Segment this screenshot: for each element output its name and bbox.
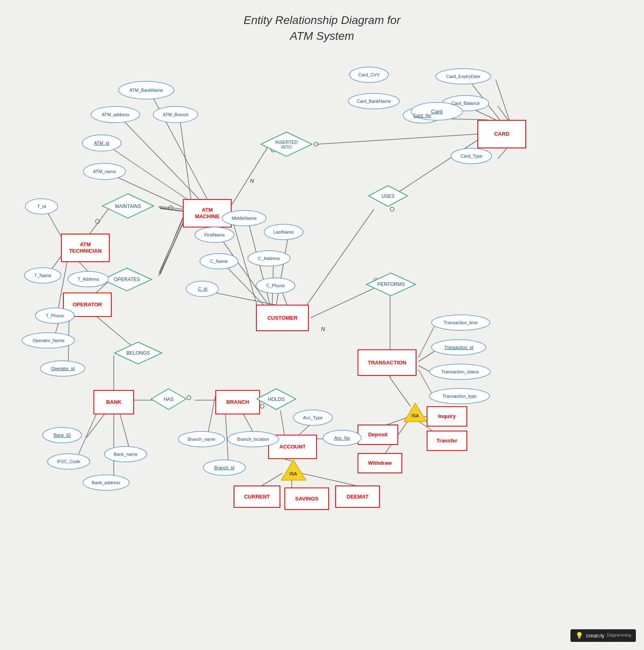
attr-t-id: T_Id	[24, 198, 59, 215]
svg-line-1	[120, 117, 199, 199]
svg-point-98	[24, 268, 61, 283]
attr-atm-address: ATM_address	[90, 106, 141, 124]
entity-customer: CUSTOMER	[256, 305, 309, 331]
attr-branch-location: Branch_location	[227, 431, 280, 448]
svg-point-109	[203, 460, 245, 475]
rel-performs: PERFORMS	[366, 272, 416, 297]
attr-trans-id: Transaction_id	[431, 339, 487, 356]
entity-deposit: Deposit	[358, 425, 398, 445]
svg-point-105	[104, 446, 147, 462]
attr-c-name: C_Name	[199, 253, 239, 270]
svg-point-133	[411, 102, 462, 120]
svg-line-66	[159, 206, 183, 209]
rel-has: HAS	[150, 388, 187, 410]
attr-t-address: T_Address	[67, 271, 110, 288]
attr-bank-id: Bank_ID	[42, 427, 82, 444]
svg-point-93	[91, 106, 140, 123]
svg-line-46	[276, 234, 288, 305]
svg-line-33	[301, 473, 356, 485]
attr-branch-id: Branch_id	[202, 459, 246, 476]
svg-marker-129	[281, 460, 306, 480]
svg-line-39	[496, 80, 510, 122]
svg-point-95	[82, 135, 121, 151]
svg-point-111	[323, 430, 361, 446]
watermark: 💡 creately Diagramming	[570, 629, 636, 642]
svg-point-128	[429, 388, 490, 404]
attr-acc-no: Acc_No	[322, 429, 362, 446]
watermark-sub: Diagramming	[607, 633, 631, 637]
svg-point-125	[432, 315, 490, 330]
svg-point-97	[25, 199, 58, 214]
svg-point-108	[228, 431, 279, 447]
attr-operator-name: Operator_Name	[21, 332, 76, 349]
svg-line-67	[160, 208, 184, 211]
svg-marker-131	[404, 403, 427, 422]
svg-point-103	[43, 427, 82, 443]
rel-holds: HOLDS	[256, 388, 297, 410]
attr-branch-name: Branch_name	[178, 431, 226, 448]
svg-point-126	[432, 340, 486, 355]
rel-belongs: BELONGS	[114, 341, 163, 365]
attr-card-label: Card	[410, 102, 463, 121]
attr-t-name: T_Name	[24, 267, 62, 284]
attr-atm-id: ATM_id	[81, 134, 122, 152]
svg-line-57	[390, 378, 410, 406]
entity-deemat: DEEMAT	[335, 485, 380, 508]
entity-atm-technician: ATM TECHNICIAN	[61, 234, 110, 262]
attr-c-id: C_id	[185, 280, 220, 297]
svg-point-116	[248, 251, 290, 266]
entity-branch: BRANCH	[215, 390, 260, 414]
svg-line-2	[180, 117, 191, 199]
svg-point-119	[349, 67, 388, 82]
svg-point-118	[256, 278, 295, 293]
svg-point-113	[222, 210, 266, 226]
attr-card-cvv: Card_CVV	[349, 66, 389, 83]
svg-text:ISA: ISA	[290, 471, 297, 476]
svg-line-11	[158, 217, 183, 276]
svg-line-43	[305, 209, 374, 308]
svg-point-120	[348, 93, 399, 109]
attr-operator-id: Operator_id	[39, 360, 86, 377]
svg-point-101	[22, 333, 75, 348]
attr-bank-name: Bank_name	[104, 446, 147, 463]
svg-text:N: N	[250, 178, 254, 184]
svg-text:N: N	[321, 326, 325, 332]
entity-current: CURRENT	[234, 485, 280, 508]
svg-line-71	[160, 221, 184, 274]
svg-point-96	[83, 163, 126, 180]
rel-maintains: MAINTAINS	[102, 193, 154, 219]
svg-point-104	[48, 454, 90, 469]
svg-point-75	[187, 396, 191, 400]
svg-point-124	[451, 148, 492, 164]
svg-point-107	[178, 431, 225, 447]
rel-uses: USES	[368, 185, 408, 207]
svg-point-112	[195, 227, 234, 243]
svg-point-115	[200, 254, 238, 269]
attr-firstname: FirstName	[194, 226, 235, 243]
attr-trans-time: Transaction_time	[431, 314, 491, 331]
svg-line-70	[159, 219, 183, 273]
entity-savings: SAVINGS	[284, 488, 329, 510]
svg-point-122	[436, 69, 491, 84]
attr-c-phone: C_Phone	[255, 277, 296, 294]
rel-inserted-into: INSERTED INTO	[260, 131, 313, 158]
svg-line-51	[311, 288, 374, 318]
svg-point-80	[390, 207, 394, 211]
svg-line-31	[262, 473, 282, 485]
svg-line-44	[219, 236, 268, 305]
attr-atm-name: ATM_name	[82, 162, 126, 180]
svg-line-30	[284, 459, 292, 461]
attr-atm-bankname: ATM_BankName	[118, 80, 175, 100]
entity-transfer: Transfer	[427, 431, 467, 451]
attr-acc-type: Acc_Type	[293, 409, 333, 426]
svg-line-27	[280, 410, 284, 435]
attr-lastname: LastName	[263, 223, 304, 240]
attr-ifsc-code: IFSC_Code	[47, 453, 91, 470]
svg-point-114	[264, 224, 303, 240]
entity-withdraw: Withdraw	[358, 453, 402, 473]
svg-point-99	[68, 271, 108, 287]
attr-c-address: C_Address	[247, 250, 291, 267]
entity-inquiry: Inquiry	[427, 406, 467, 427]
svg-text:ISA: ISA	[412, 413, 419, 418]
svg-point-106	[83, 475, 129, 490]
